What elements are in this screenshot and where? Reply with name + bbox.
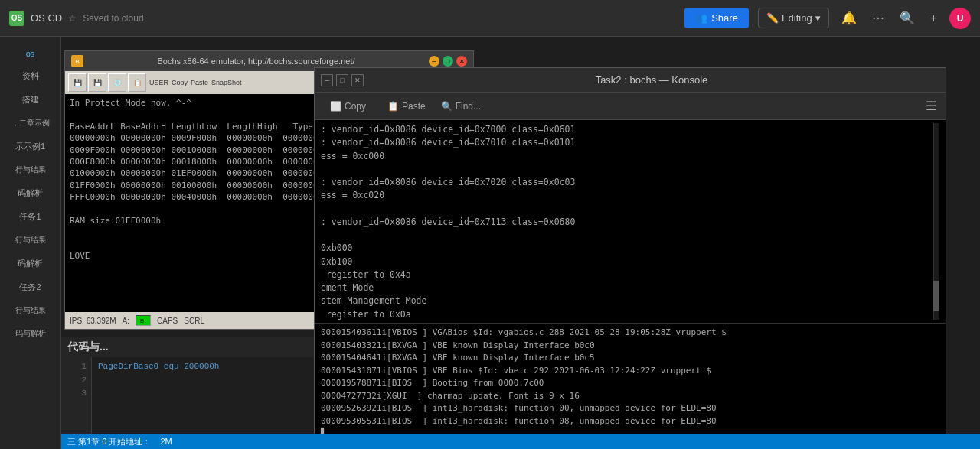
bochs-copy-label: Copy — [172, 79, 188, 86]
bochs-minimize-button[interactable]: ─ — [429, 56, 439, 67]
bochs-floppy-a-btn[interactable]: 💾 — [68, 73, 87, 92]
paste-icon: 📋 — [387, 101, 399, 112]
code-value-label: equ — [164, 362, 179, 371]
avatar[interactable]: U — [949, 8, 971, 29]
top-bar-right: 👥 Share ✏️ Editing ▾ 🔔 ⋯ 🔍 + U — [684, 8, 971, 29]
cloud-saved-status: Saved to cloud — [83, 13, 143, 24]
bochs-floppy-b-btn[interactable]: 💾 — [88, 73, 106, 92]
line-num-2: 2 — [61, 374, 87, 388]
overlay-label-area: 代码与... — [61, 337, 314, 357]
bochs-b-led: B: — [136, 315, 151, 326]
add-button[interactable]: + — [927, 8, 940, 28]
bell-button[interactable]: 🔔 — [838, 8, 860, 28]
more-options-button[interactable]: ⋯ — [869, 8, 887, 28]
overlay-label: 代码与... — [67, 340, 109, 353]
konsole-maximize-button[interactable]: □ — [336, 74, 348, 86]
konsole-log-area: 000015403611i[VBIOS ] VGABios $Id: vgabi… — [315, 323, 946, 449]
sidebar-item-data[interactable]: 资料 — [0, 64, 60, 88]
konsole-upper-content: : vendor_id=0x8086 device_id=0x7000 clas… — [321, 123, 933, 320]
line-numbers: 1 2 3 — [61, 357, 92, 434]
bochs-a-drive: A: — [122, 317, 129, 325]
konsole-copy-button[interactable]: ⬜ Copy — [324, 98, 372, 115]
status-location: 三 第1章 0 开始地址： — [67, 436, 151, 447]
konsole-window: ─ □ ✕ Task2 : bochs — Konsole ⬜ Copy 📋 P… — [314, 67, 946, 449]
konsole-find-button[interactable]: 🔍 Find... — [441, 101, 481, 112]
sidebar-item-parse3[interactable]: 码与解析 — [0, 322, 60, 345]
sidebar-item-parse2[interactable]: 码解析 — [0, 252, 60, 275]
sidebar-item-os[interactable]: os — [0, 43, 60, 64]
editor-code-area[interactable]: PageDirBase0 equ 200000h — [92, 357, 310, 434]
konsole-close-button[interactable]: ✕ — [351, 74, 364, 86]
bochs-snapshot-label: SnapShot — [211, 79, 242, 86]
bochs-paste-label: Paste — [191, 79, 208, 86]
editor-status-bar: 三 第1章 0 开始地址： 2M — [61, 434, 980, 449]
sidebar-item-task1[interactable]: 任务1 — [0, 205, 60, 229]
bochs-maximize-button[interactable]: □ — [443, 56, 453, 67]
app-icon: OS — [9, 11, 24, 26]
sidebar-item-build[interactable]: 搭建 — [0, 88, 60, 112]
left-sidebar: os 资料 搭建 ，二章示例 示示例1 行与结果 码解析 任务1 行与结果 码解… — [0, 37, 61, 449]
bochs-scrl: SCRL — [184, 317, 204, 325]
konsole-paste-button[interactable]: 📋 Paste — [381, 98, 432, 115]
konsole-upper-text[interactable]: : vendor_id=0x8086 device_id=0x7000 clas… — [321, 123, 933, 320]
bochs-title: Bochs x86-64 emulator, http://bochs.sour… — [83, 57, 429, 66]
konsole-scrollbar-thumb[interactable] — [933, 281, 939, 311]
konsole-toolbar: ⬜ Copy 📋 Paste 🔍 Find... ☰ — [315, 93, 946, 120]
sidebar-item-result1[interactable]: 行与结果 — [0, 158, 60, 181]
content-area: B Bochs x86-64 emulator, http://bochs.so… — [61, 37, 980, 449]
bochs-window-controls: ─ □ ✕ — [429, 56, 467, 67]
editing-button[interactable]: ✏️ Editing ▾ — [758, 8, 829, 28]
konsole-log-content: 000015403611i[VBIOS ] VGABios $Id: vgabi… — [321, 327, 939, 428]
code-addr: 200000h — [184, 362, 219, 371]
konsole-content: : vendor_id=0x8086 device_id=0x7000 clas… — [315, 120, 946, 323]
konsole-scrollbar[interactable] — [933, 123, 939, 320]
share-icon: 👥 — [695, 12, 707, 24]
konsole-window-controls: ─ □ ✕ — [321, 74, 364, 86]
top-bar-left: OS OS CD ☆ Saved to cloud — [9, 11, 684, 26]
bochs-ips: IPS: 63.392M — [70, 317, 116, 325]
edit-icon: ✏️ — [766, 12, 779, 24]
line-num-3: 3 — [61, 387, 87, 401]
main-layout: os 资料 搭建 ，二章示例 示示例1 行与结果 码解析 任务1 行与结果 码解… — [0, 37, 980, 449]
sidebar-item-ex1[interactable]: 示示例1 — [0, 135, 60, 158]
app-title: OS CD — [31, 12, 62, 24]
konsole-minimize-button[interactable]: ─ — [321, 74, 333, 86]
konsole-menu-button[interactable]: ☰ — [926, 99, 936, 113]
bochs-user-label: USER — [149, 79, 168, 86]
bochs-caps: CAPS — [157, 317, 178, 325]
konsole-title: Task2 : bochs — Konsole — [364, 74, 939, 86]
bochs-icon: B — [71, 55, 83, 67]
bochs-cd-btn[interactable]: 💿 — [108, 73, 126, 92]
copy-icon: ⬜ — [330, 101, 341, 112]
konsole-titlebar: ─ □ ✕ Task2 : bochs — Konsole — [315, 68, 946, 93]
star-icon[interactable]: ☆ — [68, 13, 77, 24]
line-num-1: 1 — [61, 360, 87, 374]
code-keyword: PageDirBase0 — [98, 362, 158, 371]
sidebar-item-parse1[interactable]: 码解析 — [0, 181, 60, 205]
sidebar-item-result3[interactable]: 行与结果 — [0, 299, 60, 322]
sidebar-item-task2[interactable]: 任务2 — [0, 275, 60, 299]
find-icon: 🔍 — [441, 101, 452, 112]
editor-code-line: PageDirBase0 equ 200000h — [98, 360, 304, 374]
share-button[interactable]: 👥 Share — [684, 8, 749, 28]
status-size: 2M — [160, 437, 172, 446]
sidebar-item-result2[interactable]: 行与结果 — [0, 229, 60, 252]
search-button[interactable]: 🔍 — [897, 8, 918, 28]
top-bar: OS OS CD ☆ Saved to cloud 👥 Share ✏️ Edi… — [0, 0, 980, 37]
bochs-close-button[interactable]: ✕ — [456, 56, 467, 67]
bochs-unk-btn[interactable]: 📋 — [128, 73, 146, 92]
sidebar-item-ch2[interactable]: ，二章示例 — [0, 112, 60, 135]
